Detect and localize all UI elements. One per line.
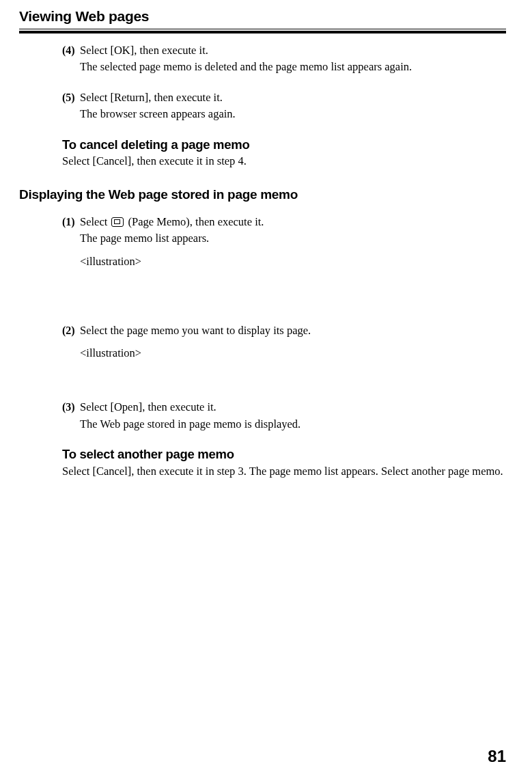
step-num: (2) <box>62 325 80 337</box>
step-result: The browser screen appears again. <box>80 107 505 122</box>
select-another-text: Select [Cancel], then execute it in step… <box>62 464 505 479</box>
step-1-block: (1) Select (Page Memo), then execute it.… <box>62 215 505 269</box>
step-5-block: (5) Select [Return], then execute it. Th… <box>62 90 505 122</box>
step-2: (2) Select the page memo you want to dis… <box>62 323 505 338</box>
step-3-block: (3) Select [Open], then execute it. The … <box>62 400 505 432</box>
step-num: (5) <box>62 92 80 104</box>
page-number: 81 <box>488 747 506 766</box>
step-3: (3) Select [Open], then execute it. <box>62 400 505 415</box>
step-4: (4) Select [OK], then execute it. <box>62 43 505 58</box>
select-another-block: To select another page memo Select [Canc… <box>62 447 505 479</box>
page-memo-icon <box>111 217 124 227</box>
content: (4) Select [OK], then execute it. The se… <box>19 43 506 479</box>
select-another-heading: To select another page memo <box>62 447 505 462</box>
illustration-placeholder: <illustration> <box>80 346 505 360</box>
illustration-placeholder: <illustration> <box>80 255 505 269</box>
step-result: The page memo list appears. <box>80 231 505 246</box>
step-suffix: (Page Memo), then execute it. <box>128 215 264 228</box>
step-text: Select the page memo you want to display… <box>80 323 311 338</box>
page-title: Viewing Web pages <box>19 8 506 29</box>
step-num: (3) <box>62 401 80 413</box>
section-heading: Displaying the Web page stored in page m… <box>19 187 505 202</box>
step-1: (1) Select (Page Memo), then execute it. <box>62 215 505 230</box>
step-5: (5) Select [Return], then execute it. <box>62 90 505 105</box>
step-text: Select [Return], then execute it. <box>80 90 223 105</box>
step-text: Select [OK], then execute it. <box>80 43 208 58</box>
step-result: The selected page memo is deleted and th… <box>80 59 505 74</box>
step-num: (4) <box>62 44 80 57</box>
cancel-delete-block: To cancel deleting a page memo Select [C… <box>62 137 505 168</box>
step-num: (1) <box>62 216 80 228</box>
step-text: Select [Open], then execute it. <box>80 400 216 415</box>
step-4-block: (4) Select [OK], then execute it. The se… <box>62 43 505 75</box>
step-result: The Web page stored in page memo is disp… <box>80 417 505 432</box>
step-2-block: (2) Select the page memo you want to dis… <box>62 323 505 360</box>
cancel-delete-text: Select [Cancel], then execute it in step… <box>62 154 505 168</box>
title-rule <box>19 29 506 34</box>
step-prefix: Select <box>80 215 110 228</box>
cancel-delete-heading: To cancel deleting a page memo <box>62 137 505 152</box>
step-text: Select (Page Memo), then execute it. <box>80 215 264 230</box>
